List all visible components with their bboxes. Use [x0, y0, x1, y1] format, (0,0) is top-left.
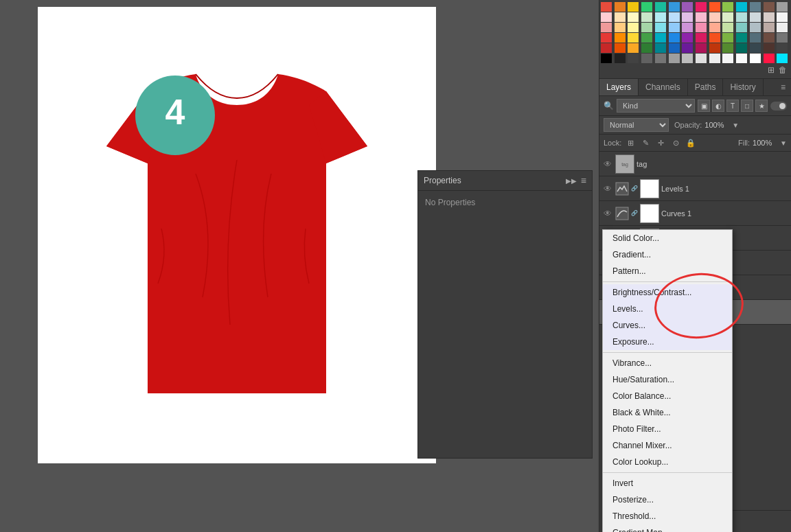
color-swatch-15[interactable]	[615, 12, 626, 22]
color-swatch-10[interactable]	[736, 2, 747, 12]
tab-channels[interactable]: Channels	[639, 79, 688, 95]
kind-filter-select[interactable]: Kind Name Effect	[617, 99, 695, 113]
color-swatch-77[interactable]	[696, 54, 707, 63]
properties-expand-icon[interactable]: ▶▶	[566, 177, 577, 185]
color-swatch-40[interactable]	[764, 23, 775, 32]
color-swatch-24[interactable]	[736, 12, 747, 22]
menu-item-11[interactable]: Photo Filter...	[603, 421, 732, 437]
color-swatch-19[interactable]	[669, 12, 680, 22]
lock-artboard-icon[interactable]: ⊙	[669, 137, 682, 149]
color-swatch-14[interactable]	[601, 12, 612, 22]
color-swatch-7[interactable]	[696, 2, 707, 12]
filter-text-icon[interactable]: T	[726, 100, 739, 112]
color-swatch-62[interactable]	[682, 43, 693, 53]
color-swatch-81[interactable]	[750, 54, 761, 63]
menu-item-1[interactable]: Gradient...	[603, 246, 732, 263]
menu-item-4[interactable]: Levels...	[603, 301, 732, 317]
color-swatch-5[interactable]	[669, 2, 680, 12]
color-swatch-22[interactable]	[709, 12, 720, 22]
color-swatch-1[interactable]	[615, 2, 626, 12]
color-swatch-60[interactable]	[655, 43, 666, 53]
color-swatch-11[interactable]	[750, 2, 761, 12]
color-swatch-75[interactable]	[669, 54, 680, 63]
color-swatch-29[interactable]	[615, 23, 626, 32]
color-swatch-79[interactable]	[722, 54, 733, 63]
menu-item-2[interactable]: Pattern...	[603, 263, 732, 279]
color-swatch-56[interactable]	[601, 43, 612, 53]
opacity-arrow[interactable]: ▼	[732, 122, 739, 129]
color-swatch-51[interactable]	[722, 33, 733, 43]
color-swatch-26[interactable]	[764, 12, 775, 22]
menu-item-6[interactable]: Exposure...	[603, 334, 732, 350]
color-swatch-2[interactable]	[628, 2, 639, 12]
layer-eye-tag[interactable]: 👁	[602, 159, 613, 170]
color-swatch-17[interactable]	[641, 12, 652, 22]
layer-eye-levels[interactable]: 👁	[602, 183, 613, 194]
color-swatch-21[interactable]	[696, 12, 707, 22]
menu-item-3[interactable]: Brightness/Contrast...	[603, 284, 732, 301]
color-swatch-20[interactable]	[682, 12, 693, 22]
color-swatch-68[interactable]	[764, 43, 775, 53]
color-swatch-43[interactable]	[615, 33, 626, 43]
layer-item-tag[interactable]: 👁 tag tag	[599, 152, 791, 176]
color-swatch-4[interactable]	[655, 2, 666, 12]
layer-item-curves[interactable]: 👁 🔗 Curves 1	[599, 201, 791, 226]
blend-mode-select[interactable]: Normal Multiply Screen Overlay	[604, 118, 669, 132]
color-swatch-76[interactable]	[682, 54, 693, 63]
color-swatch-39[interactable]	[750, 23, 761, 32]
color-swatch-72[interactable]	[628, 54, 639, 63]
color-swatch-82[interactable]	[764, 54, 775, 63]
swatch-delete-icon[interactable]: 🗑	[779, 65, 787, 75]
tab-history[interactable]: History	[723, 79, 763, 95]
lock-pixels-icon[interactable]: ✎	[639, 137, 652, 149]
color-swatch-83[interactable]	[777, 54, 788, 63]
color-swatch-37[interactable]	[722, 23, 733, 32]
color-swatch-73[interactable]	[641, 54, 652, 63]
lock-all-icon[interactable]: 🔒	[685, 137, 697, 149]
menu-item-10[interactable]: Black & White...	[603, 404, 732, 421]
menu-item-15[interactable]: Posterize...	[603, 491, 732, 508]
color-swatch-3[interactable]	[641, 2, 652, 12]
color-swatch-74[interactable]	[655, 54, 666, 63]
color-swatch-28[interactable]	[601, 23, 612, 32]
color-swatch-78[interactable]	[709, 54, 720, 63]
color-swatch-13[interactable]	[777, 2, 788, 12]
color-swatch-80[interactable]	[736, 54, 747, 63]
color-swatch-27[interactable]	[777, 12, 788, 22]
menu-item-17[interactable]: Gradient Map...	[603, 524, 732, 532]
menu-item-5[interactable]: Curves...	[603, 317, 732, 334]
color-swatch-44[interactable]	[628, 33, 639, 43]
tab-layers[interactable]: Layers	[599, 79, 639, 95]
color-swatch-42[interactable]	[601, 33, 612, 43]
color-swatch-50[interactable]	[709, 33, 720, 43]
filter-pixel-icon[interactable]: ▣	[698, 100, 710, 112]
color-swatch-70[interactable]	[601, 54, 612, 63]
fill-arrow[interactable]: ▼	[780, 139, 787, 147]
color-swatch-53[interactable]	[750, 33, 761, 43]
menu-item-7[interactable]: Vibrance...	[603, 355, 732, 371]
menu-item-0[interactable]: Solid Color...	[603, 230, 732, 246]
menu-item-14[interactable]: Invert	[603, 475, 732, 491]
layer-eye-curves[interactable]: 👁	[602, 208, 613, 219]
color-swatch-57[interactable]	[615, 43, 626, 53]
color-swatch-16[interactable]	[628, 12, 639, 22]
filter-shape-icon[interactable]: □	[741, 100, 753, 112]
color-swatch-65[interactable]	[722, 43, 733, 53]
color-swatch-63[interactable]	[696, 43, 707, 53]
filter-adjust-icon[interactable]: ◐	[712, 100, 724, 112]
color-swatch-46[interactable]	[655, 33, 666, 43]
layer-item-levels[interactable]: 👁 🔗 Levels 1	[599, 176, 791, 201]
color-swatch-33[interactable]	[669, 23, 680, 32]
color-swatch-8[interactable]	[709, 2, 720, 12]
color-swatch-67[interactable]	[750, 43, 761, 53]
color-swatch-18[interactable]	[655, 12, 666, 22]
lock-transparent-icon[interactable]: ⊞	[624, 137, 637, 149]
menu-item-13[interactable]: Color Lookup...	[603, 454, 732, 470]
color-swatch-25[interactable]	[750, 12, 761, 22]
color-swatch-48[interactable]	[682, 33, 693, 43]
tab-paths[interactable]: Paths	[688, 79, 724, 95]
menu-item-12[interactable]: Channel Mixer...	[603, 437, 732, 454]
color-swatch-35[interactable]	[696, 23, 707, 32]
color-swatch-41[interactable]	[777, 23, 788, 32]
filter-toggle[interactable]	[770, 102, 787, 111]
